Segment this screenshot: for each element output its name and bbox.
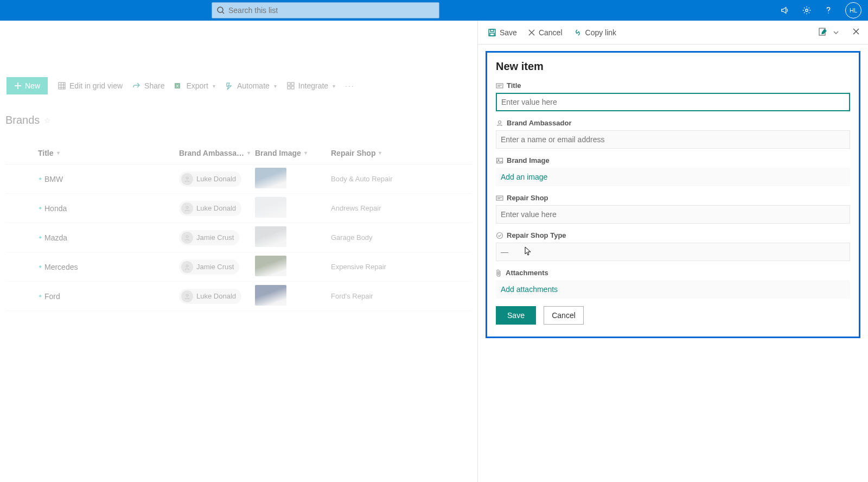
svg-point-2 xyxy=(806,9,808,12)
attachment-icon xyxy=(496,269,502,277)
form-container: New item Title Brand Ambassador Brand Im… xyxy=(486,51,860,338)
panel-cancel-button[interactable]: Cancel xyxy=(528,28,563,37)
app-header: HL xyxy=(0,0,868,21)
svg-rect-23 xyxy=(490,29,494,31)
panel-command-bar: Save Cancel Copy link xyxy=(478,21,868,45)
add-image-link[interactable]: Add an image xyxy=(496,168,850,186)
link-icon xyxy=(573,28,582,37)
svg-point-39 xyxy=(497,232,503,238)
avatar[interactable]: HL xyxy=(845,2,861,18)
chevron-down-icon[interactable] xyxy=(833,30,839,35)
picture-icon xyxy=(496,157,503,164)
text-field-icon xyxy=(496,194,503,202)
search-input[interactable] xyxy=(228,6,435,15)
brand-image-label: Brand Image xyxy=(507,156,550,164)
save-button[interactable]: Save xyxy=(496,306,536,325)
form-title: New item xyxy=(496,60,850,73)
title-label: Title xyxy=(507,81,521,90)
repair-shop-input[interactable] xyxy=(496,205,850,224)
close-icon xyxy=(528,29,535,36)
search-box[interactable] xyxy=(212,2,439,18)
attachments-label: Attachments xyxy=(506,269,548,277)
repair-shop-label: Repair Shop xyxy=(507,194,548,202)
new-item-panel: Save Cancel Copy link New item Title Bra… xyxy=(477,21,868,482)
svg-rect-34 xyxy=(497,158,503,163)
close-panel-button[interactable] xyxy=(852,27,860,37)
svg-rect-24 xyxy=(490,33,494,36)
svg-point-0 xyxy=(218,7,223,12)
save-icon xyxy=(488,28,496,37)
repair-type-select[interactable]: — xyxy=(496,243,850,261)
panel-copy-link-button[interactable]: Copy link xyxy=(573,28,617,37)
cancel-button[interactable]: Cancel xyxy=(544,306,584,325)
megaphone-icon[interactable] xyxy=(780,5,790,15)
svg-point-33 xyxy=(499,120,501,123)
choice-icon xyxy=(496,232,503,239)
svg-rect-30 xyxy=(496,84,503,88)
person-icon xyxy=(496,119,503,127)
svg-line-1 xyxy=(222,12,224,14)
title-input[interactable] xyxy=(496,93,850,111)
ambassador-label: Brand Ambassador xyxy=(507,119,571,127)
search-icon xyxy=(216,6,225,15)
edit-form-icon[interactable] xyxy=(818,27,828,38)
repair-type-label: Repair Shop Type xyxy=(507,231,566,239)
help-icon[interactable] xyxy=(824,5,833,15)
add-attachments-link[interactable]: Add attachments xyxy=(496,280,850,299)
text-field-icon xyxy=(496,82,503,90)
gear-icon[interactable] xyxy=(802,5,812,15)
ambassador-input[interactable] xyxy=(496,130,850,149)
panel-save-button[interactable]: Save xyxy=(488,28,517,37)
svg-point-3 xyxy=(828,12,828,13)
svg-rect-36 xyxy=(496,196,503,200)
